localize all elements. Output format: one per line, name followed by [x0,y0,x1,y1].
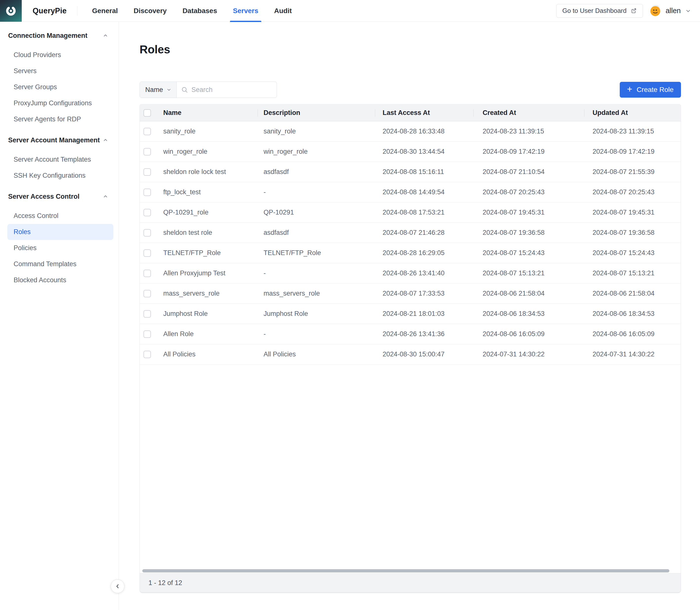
cell-last-access-at: 2024-08-08 17:53:21 [375,203,473,222]
cell-name: ftp_lock_test [161,182,257,202]
cell-created-at: 2024-08-07 19:45:31 [473,203,584,222]
cell-updated-at: 2024-08-07 15:13:21 [584,263,681,283]
sidebar-section-header-server-access-control[interactable]: Server Access Control [0,191,119,202]
row-checkbox[interactable] [144,310,151,318]
cell-description: win_roger_role [257,142,375,162]
external-link-icon [631,8,637,14]
chevron-up-icon [103,138,108,143]
sidebar-item-servers[interactable]: Servers [7,63,113,79]
select-all-checkbox[interactable] [144,109,151,117]
column-header-name: Name [161,105,257,121]
table-row[interactable]: Allen Role-2024-08-26 13:41:362024-08-06… [140,324,681,344]
sidebar-item-policies[interactable]: Policies [7,240,113,256]
table-row[interactable]: win_roger_rolewin_roger_role2024-08-30 1… [140,142,681,162]
chevron-down-icon [166,87,171,92]
querypie-logo[interactable] [0,0,22,22]
sidebar-sections: Connection ManagementCloud ProvidersServ… [0,30,119,288]
column-header-created-at: Created At [473,105,584,121]
sidebar-section-header-server-account-management[interactable]: Server Account Management [0,135,119,146]
logo-glyph-icon [5,5,17,17]
cell-description: asdfasdf [257,162,375,182]
collapse-sidebar-button[interactable] [111,579,124,593]
table-row[interactable]: sanity_rolesanity_role2024-08-28 16:33:4… [140,122,681,142]
row-checkbox-cell [140,182,161,202]
horizontal-scrollbar-thumb[interactable] [142,569,669,573]
sidebar-item-ssh-key-configurations[interactable]: SSH Key Configurations [7,167,113,183]
row-checkbox[interactable] [144,250,151,257]
row-checkbox[interactable] [144,270,151,277]
row-checkbox[interactable] [144,128,151,135]
row-checkbox[interactable] [144,148,151,156]
cell-description: - [257,263,375,283]
filter-field-label: Name [145,86,163,94]
cell-created-at: 2024-08-07 15:13:21 [473,263,584,283]
cell-last-access-at: 2024-08-21 18:01:03 [375,304,473,324]
table-row[interactable]: TELNET/FTP_RoleTELNET/FTP_Role2024-08-28… [140,243,681,263]
table-row[interactable]: QP-10291_roleQP-102912024-08-08 17:53:21… [140,203,681,223]
plus-icon: + [627,85,632,94]
search-icon [181,86,188,93]
go-to-user-dashboard-button[interactable]: Go to User Dashboard [556,4,643,18]
row-checkbox[interactable] [144,290,151,297]
row-checkbox[interactable] [144,351,151,358]
nav-tab-databases[interactable]: Databases [183,0,217,22]
sidebar-item-cloud-providers[interactable]: Cloud Providers [7,47,113,63]
nav-tab-audit[interactable]: Audit [274,0,292,22]
cell-description: QP-10291 [257,203,375,222]
sidebar-section: Server Account ManagementServer Account … [0,135,119,183]
user-menu[interactable]: allen [650,5,691,17]
table-row[interactable]: sheldon test roleasdfasdf2024-08-07 21:4… [140,223,681,243]
cell-created-at: 2024-08-07 15:24:43 [473,243,584,263]
table-row[interactable]: mass_servers_rolemass_servers_role2024-0… [140,284,681,304]
cell-updated-at: 2024-08-07 19:45:31 [584,203,681,222]
nav-tab-general[interactable]: General [92,0,118,22]
sidebar-item-proxyjump-configurations[interactable]: ProxyJump Configurations [7,95,113,111]
cell-description: - [257,324,375,344]
row-checkbox[interactable] [144,229,151,237]
nav-tab-servers[interactable]: Servers [233,0,259,22]
row-checkbox-cell [140,223,161,243]
topbar-right: Go to User Dashboard allen [556,4,691,18]
cell-created-at: 2024-08-09 17:42:19 [473,142,584,162]
row-checkbox[interactable] [144,189,151,196]
cell-name: sheldon test role [161,223,257,243]
sidebar-item-roles[interactable]: Roles [7,224,113,240]
search-input[interactable] [191,86,277,94]
create-role-label: Create Role [637,86,673,94]
sidebar-item-server-account-templates[interactable]: Server Account Templates [7,151,113,167]
cell-name: QP-10291_role [161,203,257,222]
cell-name: Allen Proxyjump Test [161,263,257,283]
sidebar-item-server-agents-for-rdp[interactable]: Server Agents for RDP [7,111,113,127]
nav-tab-discovery[interactable]: Discovery [134,0,167,22]
horizontal-scrollbar [140,568,681,573]
cell-name: sanity_role [161,122,257,141]
row-checkbox-cell [140,243,161,263]
create-role-button[interactable]: + Create Role [620,82,681,98]
sidebar-item-blocked-accounts[interactable]: Blocked Accounts [7,272,113,288]
sidebar-item-access-control[interactable]: Access Control [7,208,113,224]
cell-last-access-at: 2024-08-08 14:49:54 [375,182,473,202]
sidebar-item-server-groups[interactable]: Server Groups [7,79,113,95]
sidebar-section: Connection ManagementCloud ProvidersServ… [0,30,119,127]
row-checkbox[interactable] [144,209,151,216]
sidebar-section-header-connection-management[interactable]: Connection Management [0,30,119,41]
cell-last-access-at: 2024-08-28 16:33:48 [375,122,473,141]
cell-name: All Policies [161,344,257,364]
table-row[interactable]: ftp_lock_test-2024-08-08 14:49:542024-08… [140,182,681,203]
cell-last-access-at: 2024-08-30 15:00:47 [375,344,473,364]
dashboard-button-label: Go to User Dashboard [563,7,627,15]
table-row[interactable]: Allen Proxyjump Test-2024-08-26 13:41:40… [140,263,681,284]
table-row[interactable]: Jumphost RoleJumphost Role2024-08-21 18:… [140,304,681,324]
table-row[interactable]: All PoliciesAll Policies2024-08-30 15:00… [140,344,681,365]
chevron-up-icon [103,33,108,38]
filter-field-select[interactable]: Name [140,82,177,98]
row-checkbox[interactable] [144,331,151,338]
row-checkbox-cell [140,162,161,182]
toolbar: Name + Create Role [139,82,681,98]
table-row[interactable]: sheldon role lock testasdfasdf2024-08-08… [140,162,681,182]
sidebar-item-command-templates[interactable]: Command Templates [7,256,113,272]
cell-description: All Policies [257,344,375,364]
row-checkbox[interactable] [144,168,151,176]
cell-updated-at: 2024-08-23 11:39:15 [584,122,681,141]
user-name: allen [666,7,681,15]
